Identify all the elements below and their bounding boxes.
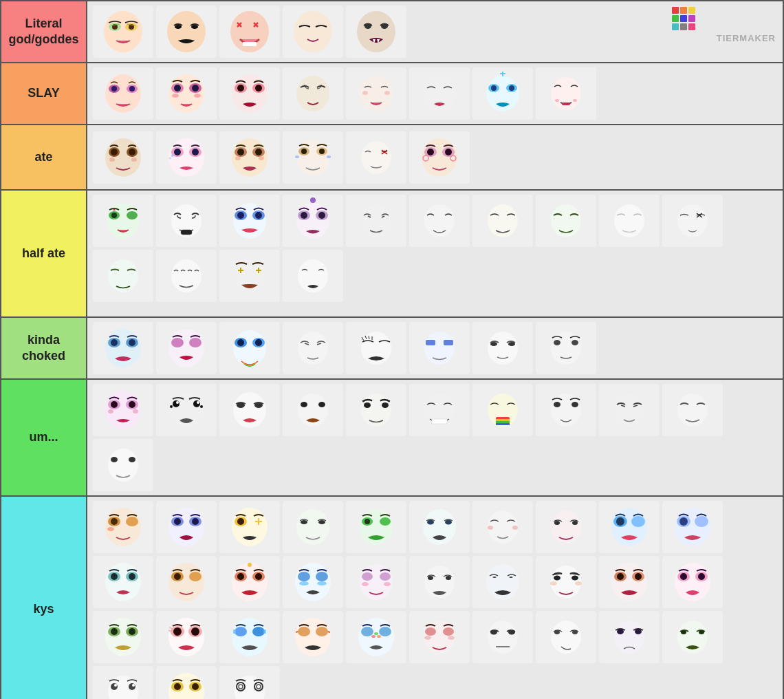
svg-point-88 [301,149,307,154]
svg-point-77 [169,157,171,159]
svg-point-198 [108,449,138,482]
tier-label-slay: SLAY [1,63,87,124]
svg-point-124 [677,204,708,237]
svg-point-334 [132,684,135,687]
face-item [219,384,280,436]
svg-point-99 [445,149,452,155]
face-item [93,611,153,663]
svg-point-256 [298,572,310,581]
svg-point-277 [617,573,624,580]
svg-point-296 [232,618,268,656]
svg-point-244 [129,573,135,580]
svg-point-245 [168,563,204,601]
svg-rect-63 [562,103,570,105]
svg-point-195 [571,402,578,407]
face-item [283,131,343,184]
svg-point-227 [488,526,493,530]
face-item [156,67,217,120]
svg-rect-187 [432,419,447,424]
svg-point-283 [698,573,705,580]
svg-point-318 [490,630,497,635]
svg-point-161 [554,340,560,345]
svg-point-259 [316,572,328,581]
svg-point-135 [105,329,141,367]
svg-point-314 [443,627,454,636]
svg-point-301 [295,618,331,656]
svg-point-218 [318,520,325,524]
svg-point-317 [488,621,518,654]
face-item [156,384,217,436]
face-item [156,501,217,553]
face-item [409,195,470,247]
face-item [283,556,343,608]
face-item [219,67,280,120]
face-item [219,666,280,699]
svg-point-325 [617,629,624,634]
svg-point-43 [232,74,268,113]
face-item [346,501,406,553]
face-item [283,195,343,247]
svg-rect-299 [233,630,236,634]
svg-point-69 [109,158,115,162]
face-item [156,556,217,608]
face-item [156,611,217,663]
svg-rect-22 [672,7,679,14]
svg-point-89 [319,149,325,154]
svg-point-201 [105,508,141,546]
svg-point-83 [235,156,241,160]
face-item [346,6,406,58]
svg-point-200 [129,457,135,462]
svg-point-19 [381,23,388,29]
svg-point-182 [318,402,325,407]
face-item [346,611,406,663]
tier-content-half-ate [87,191,783,316]
svg-point-174 [197,401,199,404]
svg-point-235 [631,516,645,527]
face-item [93,556,153,608]
svg-point-321 [551,621,581,654]
svg-point-208 [174,518,181,525]
svg-rect-26 [680,15,687,22]
svg-point-112 [255,212,262,219]
face-item [599,195,660,247]
svg-point-298 [252,627,265,636]
svg-point-205 [107,527,114,531]
svg-point-70 [131,158,137,162]
svg-point-39 [174,85,181,92]
svg-point-57 [509,85,514,91]
face-item [156,666,217,699]
svg-point-50 [362,91,368,95]
svg-point-139 [129,339,135,346]
svg-point-140 [168,329,204,367]
svg-point-293 [191,627,199,636]
face-item [662,611,723,663]
svg-point-229 [551,510,581,544]
face-item [536,501,596,553]
svg-rect-29 [680,23,687,30]
face-item [219,322,280,374]
svg-point-272 [550,581,557,585]
svg-point-266 [428,576,433,580]
face-item [156,250,217,302]
svg-point-288 [129,628,135,635]
face-item [346,131,406,184]
face-item [662,556,723,608]
svg-point-308 [371,635,375,638]
svg-point-315 [424,636,431,640]
face-item [93,250,153,302]
face-item [93,131,153,184]
svg-point-333 [129,683,135,690]
svg-point-271 [571,576,578,581]
face-item [662,384,723,436]
svg-point-68 [129,149,135,155]
svg-point-305 [316,627,328,636]
face-item [283,67,343,120]
svg-point-253 [255,573,262,580]
svg-point-257 [299,581,309,585]
face-item [472,67,533,120]
svg-rect-155 [426,340,435,345]
svg-point-71 [168,138,204,177]
svg-point-261 [362,572,373,581]
svg-point-116 [301,212,307,219]
svg-rect-192 [496,423,510,425]
